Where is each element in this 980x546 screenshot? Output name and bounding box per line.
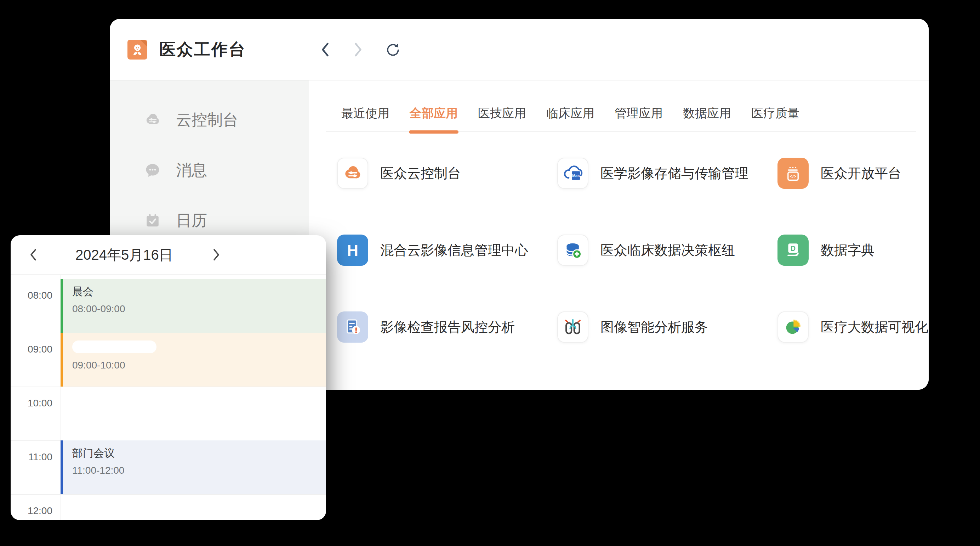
calendar-header: 2024年5月16日 — [11, 235, 326, 275]
cloud-mas-icon: Mas — [557, 158, 589, 189]
app-label: 医疗大数据可视化 — [821, 318, 928, 336]
svg-text:D: D — [791, 244, 795, 252]
app-grid: 医众云控制台 Mas医学影像存储与传输管理 </>医众开放平台 H混合云影像信息… — [337, 158, 928, 388]
app-label: 混合云影像信息管理中心 — [380, 241, 528, 259]
time-slot-label: 09:00 — [11, 344, 52, 355]
app-item-3[interactable]: </>医众开放平台 — [778, 158, 928, 189]
sidebar-item-label: 消息 — [176, 160, 207, 181]
app-item-1[interactable]: 医众云控制台 — [337, 158, 557, 189]
app-title: 医众工作台 — [159, 38, 246, 61]
svg-text:Mas: Mas — [572, 174, 579, 178]
calendar-day-grid: 08:0009:0010:0011:0012:00晨会08:00-09:0009… — [11, 279, 326, 520]
calendar-event-2[interactable]: 09:00-10:00 — [60, 333, 326, 386]
calendar-event-3[interactable]: 部门会议11:00-12:00 — [60, 441, 326, 494]
event-title: 部门会议 — [72, 446, 326, 461]
time-slot-label: 12:00 — [11, 505, 52, 517]
tab-bar: 最近使用全部应用医技应用临床应用管理应用数据应用医疗质量 — [326, 105, 916, 132]
desktop-background: { "colors": { "accent": "#EE8A55", "page… — [0, 0, 980, 546]
svg-text:</>: </> — [790, 174, 797, 179]
event-time: 09:00-10:00 — [72, 360, 326, 371]
letter-tile-icon: H — [337, 235, 368, 266]
report-warning-icon — [337, 311, 368, 343]
app-item-9[interactable]: 医疗大数据可视化 — [778, 311, 928, 343]
svg-text:H: H — [347, 242, 358, 259]
calendar-panel: 2024年5月16日 08:0009:0010:0011:0012:00晨会08… — [11, 235, 326, 520]
event-title: 晨会 — [72, 284, 326, 299]
tab-5[interactable]: 管理应用 — [615, 105, 663, 131]
app-item-6[interactable]: D 数据字典 — [778, 235, 928, 266]
half-hour-gridline — [60, 414, 326, 414]
app-item-8[interactable]: 图像智能分析服务 — [557, 311, 778, 343]
tab-3[interactable]: 医技应用 — [478, 105, 526, 131]
event-time: 11:00-12:00 — [72, 465, 326, 476]
event-title-redacted — [72, 340, 156, 353]
message-bubble-icon — [143, 161, 162, 179]
sidebar-item-label: 日历 — [176, 210, 207, 231]
app-label: 医众开放平台 — [821, 164, 901, 182]
tab-1[interactable]: 最近使用 — [341, 105, 390, 131]
pie-chart-icon — [778, 311, 809, 343]
calendar-date-label: 2024年5月16日 — [75, 245, 173, 265]
calendar-next-button[interactable] — [212, 247, 221, 262]
dictionary-book-icon: D — [778, 235, 809, 266]
content-area: 最近使用全部应用医技应用临床应用管理应用数据应用医疗质量 医众云控制台 Mas医… — [309, 80, 929, 390]
tab-6[interactable]: 数据应用 — [683, 105, 731, 131]
tab-4[interactable]: 临床应用 — [546, 105, 595, 131]
app-label: 影像检查报告风控分析 — [380, 318, 515, 336]
app-label: 医众云控制台 — [380, 164, 461, 182]
cloud-settings-icon — [143, 110, 162, 129]
event-time: 08:00-09:00 — [72, 303, 326, 315]
time-slot-label: 11:00 — [11, 452, 52, 463]
back-button[interactable] — [317, 42, 333, 58]
tab-2-active[interactable]: 全部应用 — [410, 105, 458, 131]
sidebar-item-1[interactable]: 云控制台 — [110, 94, 309, 145]
lungs-icon — [557, 311, 589, 343]
database-plus-icon — [557, 235, 589, 266]
calendar-row-12:00: 12:00 — [11, 494, 326, 520]
app-label: 数据字典 — [821, 241, 875, 259]
time-slot-label: 08:00 — [11, 290, 52, 301]
calendar-event-1[interactable]: 晨会08:00-09:00 — [60, 279, 326, 333]
app-item-7[interactable]: 影像检查报告风控分析 — [337, 311, 557, 343]
app-item-4[interactable]: H混合云影像信息管理中心 — [337, 235, 557, 266]
app-label: 医众临床数据决策枢纽 — [600, 241, 735, 259]
sidebar-item-2[interactable]: 消息 — [110, 145, 309, 195]
app-label: 图像智能分析服务 — [600, 318, 708, 336]
nav-controls — [317, 19, 400, 80]
app-logo-mascot-icon — [127, 40, 147, 59]
forward-button[interactable] — [350, 42, 366, 58]
cloud-sliders-icon — [337, 158, 368, 189]
sidebar-item-label: 云控制台 — [176, 110, 238, 130]
code-window-icon: </> — [778, 158, 809, 189]
calendar-prev-button[interactable] — [29, 247, 38, 262]
window-header: 医众工作台 — [110, 19, 929, 80]
calendar-check-icon — [143, 211, 162, 230]
calendar-row-10:00: 10:00 — [11, 386, 326, 441]
time-slot-label: 10:00 — [11, 398, 52, 409]
app-label: 医学影像存储与传输管理 — [600, 164, 748, 182]
app-item-5[interactable]: 医众临床数据决策枢纽 — [557, 235, 778, 266]
refresh-button[interactable] — [383, 42, 400, 58]
app-item-2[interactable]: Mas医学影像存储与传输管理 — [557, 158, 778, 189]
tab-7[interactable]: 医疗质量 — [751, 105, 799, 131]
